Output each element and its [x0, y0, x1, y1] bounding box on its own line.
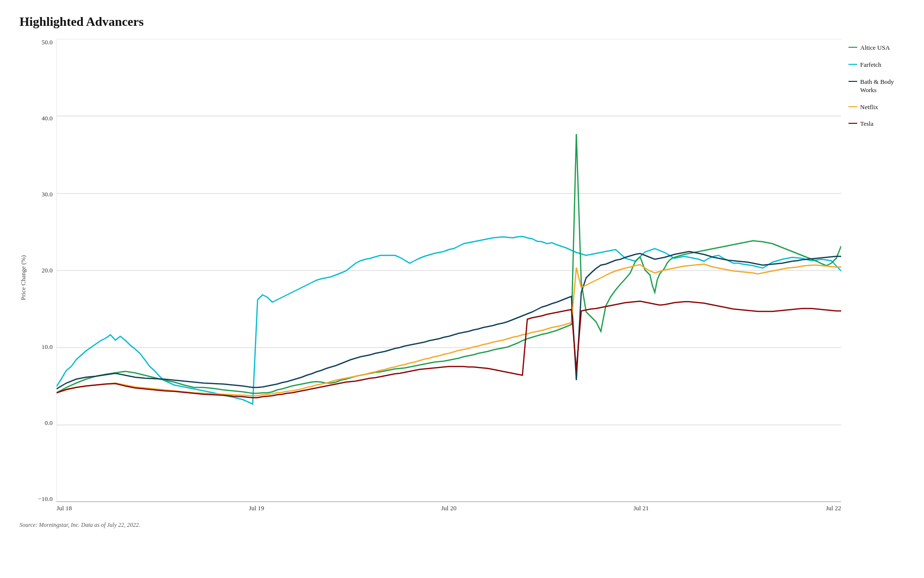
legend-label-bath: Bath & Body Works [860, 78, 905, 95]
chart-inner: 50.0 40.0 30.0 20.0 10.0 0.0 −10.0 [30, 39, 841, 517]
plot-area [57, 39, 841, 502]
x-tick-jul18: Jul 18 [57, 504, 72, 512]
x-tick-jul19: Jul 19 [249, 504, 264, 512]
legend-line-netflix [848, 106, 857, 107]
legend-line-bath [848, 81, 857, 82]
y-tick-20: 20.0 [30, 267, 57, 273]
legend-label-tesla: Tesla [860, 120, 873, 128]
legend-label-altice: Altice USA [860, 44, 890, 52]
chart-title: Highlighted Advancers [19, 15, 905, 29]
chart-area-wrapper: Price Change (%) 50.0 40.0 30.0 20.0 10.… [19, 39, 841, 517]
y-tick-30: 30.0 [30, 191, 57, 197]
legend-line-tesla [848, 123, 857, 124]
chart-container: Price Change (%) 50.0 40.0 30.0 20.0 10.… [19, 39, 905, 517]
legend-item-tesla: Tesla [848, 120, 905, 128]
y-tick-40: 40.0 [30, 115, 57, 121]
x-axis: Jul 18 Jul 19 Jul 20 Jul 21 Jul 22 [57, 502, 841, 517]
x-tick-jul22: Jul 22 [826, 504, 841, 512]
chart-svg [57, 39, 841, 502]
legend-item-farfetch: Farfetch [848, 61, 905, 69]
legend-label-netflix: Netflix [860, 103, 878, 112]
legend-label-farfetch: Farfetch [860, 61, 881, 69]
x-tick-jul20: Jul 20 [441, 504, 456, 512]
y-tick-0: 0.0 [30, 420, 57, 426]
source-text: Source: Morningstar, Inc. Data as of Jul… [19, 521, 905, 529]
y-tick-50: 50.0 [30, 39, 57, 45]
legend-line-altice [848, 47, 857, 48]
legend-item-bath: Bath & Body Works [848, 78, 905, 95]
legend-item-altice: Altice USA [848, 44, 905, 52]
y-tick-10: 10.0 [30, 344, 57, 350]
legend-line-farfetch [848, 64, 857, 65]
legend: Altice USA Farfetch Bath & Body Works Ne… [841, 39, 905, 517]
y-tick-neg10: −10.0 [30, 496, 57, 502]
legend-item-netflix: Netflix [848, 103, 905, 112]
y-axis: 50.0 40.0 30.0 20.0 10.0 0.0 −10.0 [30, 39, 57, 502]
y-axis-label: Price Change (%) [19, 39, 27, 517]
x-tick-jul21: Jul 21 [634, 504, 649, 512]
